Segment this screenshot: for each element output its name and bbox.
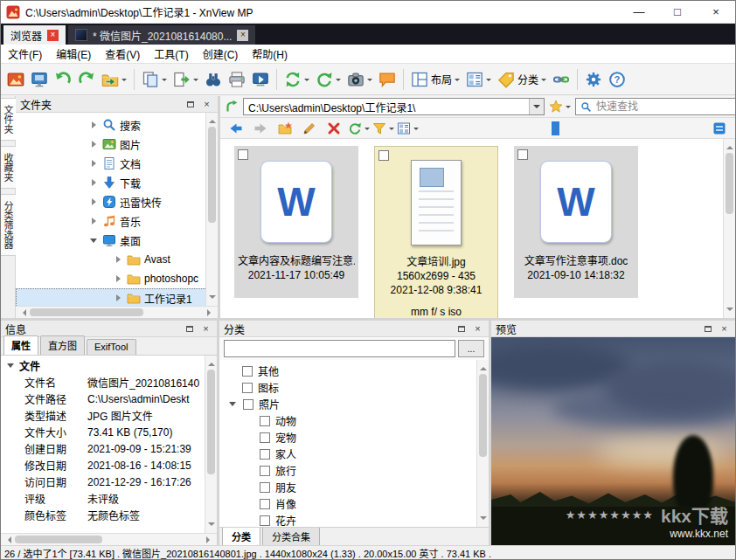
expander-icon[interactable]: [114, 255, 123, 265]
expander-icon[interactable]: [228, 399, 238, 409]
property-row[interactable]: 访问日期2021-12-29 - 16:17:26: [3, 474, 204, 490]
link-button[interactable]: [550, 67, 573, 92]
forward-button[interactable]: [249, 120, 272, 137]
property-row[interactable]: 文件大小73.41 KB (75,170): [3, 424, 204, 440]
category-checkbox[interactable]: [260, 432, 270, 443]
property-row[interactable]: 文件名微信图片_20210816140: [3, 374, 204, 391]
close-panel-button[interactable]: [471, 322, 484, 335]
folder-item-music[interactable]: 音乐: [16, 211, 218, 231]
settings-button[interactable]: [582, 67, 605, 92]
sidebar-tab-folders[interactable]: 文件夹: [0, 98, 17, 141]
delete-button[interactable]: [323, 120, 345, 137]
folders-vertical-scrollbar[interactable]: [205, 113, 218, 306]
category-checkbox[interactable]: [260, 515, 270, 526]
expander-icon[interactable]: [89, 217, 99, 226]
category-checkbox[interactable]: [242, 366, 253, 377]
tab-categories[interactable]: 分类: [222, 528, 260, 547]
scroll-thumb[interactable]: [30, 308, 143, 316]
tab-close-icon[interactable]: [237, 30, 248, 41]
float-panel-button[interactable]: [701, 322, 714, 335]
menu-edit[interactable]: 编辑(E): [49, 45, 98, 63]
file-checkbox[interactable]: [378, 150, 389, 161]
search-files-button[interactable]: [202, 67, 225, 92]
favorites-button[interactable]: [549, 98, 571, 115]
scroll-left-icon[interactable]: [19, 309, 26, 316]
splitter-handle[interactable]: [552, 121, 559, 135]
category-checkbox[interactable]: [260, 449, 270, 460]
category-checkbox[interactable]: [260, 482, 270, 493]
menu-help[interactable]: 帮助(H): [245, 45, 295, 63]
categories-vertical-scrollbar[interactable]: [476, 360, 489, 527]
folder-item-work-log[interactable]: 工作记录1: [16, 288, 218, 306]
expander-icon[interactable]: [89, 159, 99, 169]
view-mode-dropdown[interactable]: [463, 67, 494, 92]
new-folder-button[interactable]: [274, 120, 296, 137]
scroll-down-icon[interactable]: [208, 522, 215, 529]
export-button[interactable]: [170, 67, 201, 92]
category-checkbox[interactable]: [260, 416, 270, 426]
folder-item-documents[interactable]: 文档: [16, 154, 218, 173]
expander-icon[interactable]: [89, 197, 99, 207]
viewer-button[interactable]: [28, 67, 51, 92]
category-dropdown[interactable]: 分类: [495, 67, 549, 92]
scroll-down-icon[interactable]: [726, 308, 733, 315]
expander-icon[interactable]: [89, 236, 99, 245]
category-checkbox[interactable]: [243, 399, 253, 410]
close-panel-button[interactable]: [199, 322, 212, 335]
quick-search-input[interactable]: [596, 100, 732, 113]
file-item[interactable]: 文章写作注意事项.doc 2021-09-10 14:18:32: [514, 146, 638, 298]
tab-properties[interactable]: 属性: [3, 335, 38, 355]
batch-convert-button[interactable]: [281, 67, 312, 92]
category-filter-input[interactable]: [224, 340, 455, 357]
float-panel-button[interactable]: [455, 322, 468, 335]
folder-item-thunder[interactable]: 迅雷快传: [16, 192, 218, 211]
category-item-animals[interactable]: 动物: [226, 412, 475, 429]
tab-histogram[interactable]: 直方图: [40, 335, 85, 355]
scroll-down-icon[interactable]: [209, 295, 216, 302]
category-item-family[interactable]: 家人: [226, 446, 475, 462]
expander-icon[interactable]: [6, 361, 16, 370]
scroll-up-icon[interactable]: [726, 142, 733, 149]
close-panel-button[interactable]: [200, 98, 213, 111]
property-row[interactable]: 颜色标签无颜色标签: [3, 507, 204, 523]
copy-to-folder-button[interactable]: [139, 67, 170, 92]
scroll-right-icon[interactable]: [206, 536, 213, 543]
folder-item-pictures[interactable]: 图片: [16, 135, 218, 154]
category-item-portrait[interactable]: 肖像: [226, 495, 475, 512]
property-row[interactable]: 评级未评级: [3, 490, 204, 507]
scroll-thumb[interactable]: [479, 374, 487, 457]
parent-folder-button[interactable]: [225, 98, 239, 115]
tab-image[interactable]: * 微信图片_2021081614080...: [68, 25, 255, 45]
sort-button[interactable]: [708, 120, 731, 137]
file-checkbox[interactable]: [517, 149, 528, 160]
tab-browser[interactable]: 浏览器: [3, 25, 66, 45]
expander-icon[interactable]: [114, 274, 123, 284]
scroll-up-icon[interactable]: [209, 116, 216, 123]
back-button[interactable]: [225, 120, 247, 137]
tab-close-icon[interactable]: [47, 30, 59, 41]
tab-category-sets[interactable]: 分类合集: [262, 528, 320, 547]
category-item-flowers[interactable]: 花卉: [226, 512, 475, 527]
category-more-button[interactable]: ...: [458, 340, 484, 357]
thumbs-vertical-scrollbar[interactable]: [723, 139, 735, 318]
section-row[interactable]: 文件: [3, 357, 204, 374]
tab-exiftool[interactable]: ExifTool: [87, 339, 136, 355]
file-checkbox[interactable]: [238, 149, 248, 160]
property-row[interactable]: 类型描述JPG 图片文件: [3, 407, 204, 424]
expander-icon[interactable]: [89, 178, 99, 188]
refresh-button[interactable]: [347, 120, 370, 137]
category-item-friends[interactable]: 朋友: [226, 479, 475, 495]
slideshow-button[interactable]: [249, 67, 272, 92]
close-button[interactable]: ×: [697, 1, 735, 23]
scroll-down-icon[interactable]: [480, 516, 487, 523]
float-panel-button[interactable]: [184, 98, 197, 111]
menu-tools[interactable]: 工具(T): [147, 45, 195, 63]
thumbnail-view-button[interactable]: [396, 120, 419, 137]
path-input[interactable]: [243, 98, 545, 115]
folder-item-photoshopc[interactable]: photoshopc: [16, 269, 218, 288]
scroll-up-icon[interactable]: [480, 363, 487, 370]
category-item-pets[interactable]: 宠物: [226, 429, 475, 446]
expander-icon[interactable]: [89, 121, 99, 130]
undo-button[interactable]: [52, 67, 74, 92]
expander-icon[interactable]: [89, 140, 99, 149]
